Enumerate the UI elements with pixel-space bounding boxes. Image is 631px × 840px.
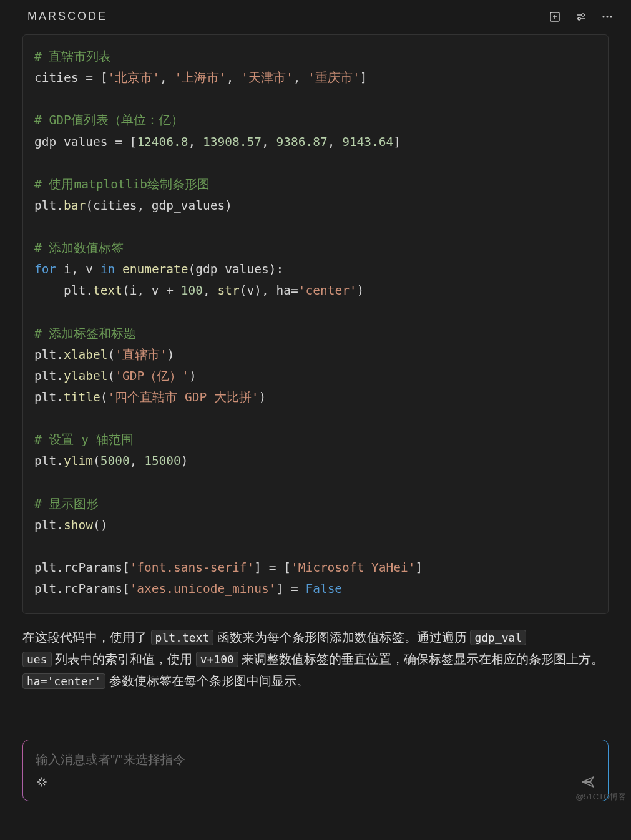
svg-point-2 (578, 17, 580, 20)
code-text: cities = [ (34, 71, 107, 85)
explain-text: 来调整数值标签的垂直位置，确保标签显示在相应的条形图上方。 (238, 652, 604, 666)
code-text: (i, v + (122, 283, 181, 298)
code-string: 'center' (298, 283, 357, 298)
new-chat-icon[interactable] (549, 11, 561, 23)
explain-text: 列表中的索引和值，使用 (52, 652, 196, 666)
code-text: plt. (34, 283, 93, 298)
code-keyword: for (34, 262, 56, 276)
code-func: ylim (64, 454, 93, 468)
code-number: 9386.87 (276, 135, 327, 149)
header: MARSCODE (0, 0, 631, 31)
explanation-text: 在这段代码中，使用了 plt.text 函数来为每个条形图添加数值标签。通过遍历… (22, 627, 609, 692)
code-text: ) (259, 390, 267, 404)
code-string: '上海市' (174, 71, 226, 85)
code-text: plt. (34, 198, 64, 213)
code-text: (gdp_values): (188, 262, 284, 276)
code-number: 9143.64 (342, 135, 393, 149)
code-comment: # 使用matplotlib绘制条形图 (34, 177, 210, 192)
more-menu-icon[interactable] (601, 11, 614, 23)
code-string: 'GDP（亿）' (115, 369, 189, 383)
code-text: , (203, 283, 217, 298)
code-text: plt.rcParams[ (34, 582, 130, 596)
code-number: 12406.8 (137, 135, 188, 149)
code-keyword: False (305, 582, 342, 596)
code-text: plt. (34, 369, 64, 383)
code-func: ylabel (64, 369, 107, 383)
code-text: ] (393, 135, 401, 149)
inline-code-chip: ues (22, 652, 52, 667)
code-func: enumerate (122, 262, 188, 276)
code-keyword: in (100, 262, 115, 276)
svg-point-4 (606, 16, 608, 17)
chat-input-placeholder: 输入消息或者"/"来选择指令 (36, 751, 595, 768)
code-text (115, 262, 122, 276)
code-text: i, v (56, 262, 100, 276)
code-text: (cities, gdp_values) (86, 198, 232, 213)
code-number: 13908.57 (203, 135, 262, 149)
app-title: MARSCODE (27, 10, 107, 23)
code-text: plt. (34, 518, 64, 532)
code-number: 15000 (144, 454, 181, 468)
code-func: text (93, 283, 122, 298)
header-actions (549, 11, 614, 23)
inline-code-chip: gdp_val (470, 630, 526, 645)
code-text: ) (357, 283, 364, 298)
code-text: (v), ha= (240, 283, 298, 298)
svg-point-1 (582, 14, 584, 16)
explain-text: 参数使标签在每个条形图中间显示。 (105, 674, 309, 688)
inline-code-chip: ha='center' (22, 673, 105, 689)
code-string: '重庆市' (308, 71, 360, 85)
send-icon[interactable] (580, 774, 595, 792)
explain-text: 在这段代码中，使用了 (22, 630, 151, 644)
inline-code-chip: plt.text (151, 630, 214, 645)
code-comment: # 添加数值标签 (34, 241, 124, 255)
code-text: ] = [ (254, 560, 291, 575)
code-comment: # GDP值列表（单位：亿） (34, 113, 183, 127)
code-text: ] (360, 71, 368, 85)
chat-input[interactable]: 输入消息或者"/"来选择指令 (23, 740, 608, 801)
code-block: # 直辖市列表 cities = ['北京市', '上海市', '天津市', '… (22, 34, 609, 614)
chat-input-container: 输入消息或者"/"来选择指令 (22, 740, 609, 801)
code-func: show (64, 518, 93, 532)
code-text: ( (107, 369, 115, 383)
code-text: ) (181, 454, 188, 468)
explain-text: 函数来为每个条形图添加数值标签。通过遍历 (213, 630, 470, 644)
sparkle-icon[interactable] (36, 776, 48, 791)
code-string: '四个直辖市 GDP 大比拼' (107, 390, 258, 404)
code-text: ] (416, 560, 423, 575)
code-string: 'font.sans-serif' (130, 560, 255, 575)
code-text: , (130, 454, 144, 468)
settings-sliders-icon[interactable] (575, 11, 587, 23)
code-string: '北京市' (107, 71, 159, 85)
code-text: ) (167, 348, 175, 362)
code-comment: # 显示图形 (34, 497, 99, 511)
code-text: ( (107, 348, 115, 362)
code-string: '直辖市' (115, 348, 167, 362)
code-string: 'Microsoft YaHei' (291, 560, 416, 575)
code-text: plt. (34, 390, 64, 404)
code-comment: # 添加标签和标题 (34, 326, 136, 341)
code-func: xlabel (64, 348, 107, 362)
code-func: title (64, 390, 100, 404)
code-func: str (218, 283, 240, 298)
code-text: ( (100, 390, 108, 404)
code-text: gdp_values = [ (34, 135, 137, 149)
svg-point-5 (610, 16, 612, 17)
code-text: plt. (34, 348, 64, 362)
code-number: 5000 (100, 454, 130, 468)
code-text: ( (93, 454, 100, 468)
code-comment: # 设置 y 轴范围 (34, 432, 134, 447)
svg-point-3 (602, 16, 604, 17)
code-number: 100 (181, 283, 203, 298)
code-text: plt.rcParams[ (34, 560, 130, 575)
code-string: 'axes.unicode_minus' (130, 582, 276, 596)
code-comment: # 直辖市列表 (34, 49, 111, 64)
inline-code-chip: v+100 (196, 652, 238, 667)
watermark: @51CTO博客 (575, 791, 626, 803)
code-string: '天津市' (241, 71, 293, 85)
code-text: plt. (34, 454, 64, 468)
code-text: ] = (276, 582, 305, 596)
code-text: () (93, 518, 107, 532)
code-text: ) (189, 369, 197, 383)
code-func: bar (64, 198, 86, 213)
